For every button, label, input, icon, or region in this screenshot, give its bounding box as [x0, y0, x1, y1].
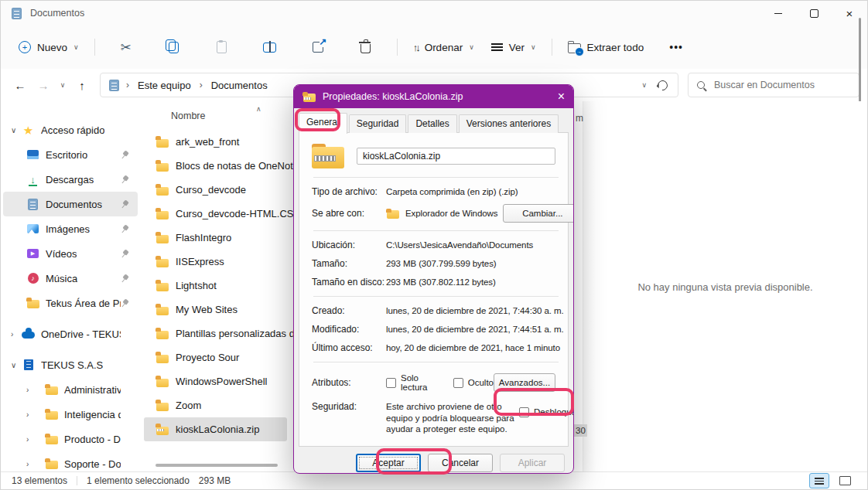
- sidebar-item[interactable]: › Administrativo - Rer: [3, 377, 138, 402]
- delete-button[interactable]: [343, 36, 388, 59]
- dialog-footer: Aceptar Cancelar Aplicar: [294, 447, 573, 472]
- rename-button[interactable]: [248, 37, 292, 58]
- file-row[interactable]: kioskLaColonia.zip: [144, 417, 287, 441]
- large-icons-view-button[interactable]: [835, 473, 855, 488]
- tree-chevron-icon[interactable]: ›: [26, 435, 45, 444]
- sidebar-item[interactable]: ∨ TEKUS S.A.S: [3, 352, 138, 377]
- sidebar-item-label: Música: [46, 273, 77, 284]
- dialog-tab[interactable]: Seguridad: [349, 114, 407, 133]
- refresh-icon[interactable]: [655, 78, 669, 92]
- cut-button[interactable]: [104, 36, 149, 60]
- breadcrumb-this-pc[interactable]: Este equipo: [135, 78, 194, 93]
- dialog-tab-label: General: [306, 117, 340, 128]
- sidebar-item[interactable]: Imágenes: [3, 216, 138, 241]
- maximize-icon: [810, 9, 818, 18]
- file-icon: [155, 279, 169, 292]
- file-icon: [155, 375, 169, 388]
- hidden-checkbox-group[interactable]: Oculto: [453, 373, 494, 392]
- back-button[interactable]: ←: [9, 73, 32, 97]
- dialog-tab[interactable]: Detalles: [408, 114, 456, 133]
- sidebar-item[interactable]: › Producto - Docume: [3, 427, 138, 451]
- modified-label: Modificado:: [312, 324, 386, 335]
- search-box[interactable]: [688, 73, 859, 97]
- apply-button[interactable]: Aplicar: [500, 454, 565, 472]
- sidebar-item-icon: [26, 297, 39, 310]
- read-only-checkbox[interactable]: [386, 378, 396, 388]
- sidebar-item[interactable]: ∨ Acceso rápido: [3, 117, 138, 142]
- dialog-title-bar[interactable]: Propiedades: kioskLaColonia.zip ×: [294, 85, 573, 108]
- tree-chevron-icon[interactable]: ›: [26, 410, 45, 419]
- horizontal-scrollbar[interactable]: [155, 464, 278, 467]
- copy-button[interactable]: [152, 36, 196, 59]
- dialog-close-icon[interactable]: ×: [548, 90, 565, 103]
- share-button[interactable]: [296, 36, 340, 58]
- search-input[interactable]: [713, 79, 850, 91]
- sidebar-item[interactable]: Tekus Área de Pro: [3, 291, 138, 315]
- new-button[interactable]: Nuevo ∨: [12, 36, 86, 59]
- file-name: Blocs de notas de OneNote: [176, 160, 299, 172]
- breadcrumb-documents[interactable]: Documentos: [208, 78, 271, 93]
- paste-button[interactable]: [200, 36, 244, 59]
- advanced-button[interactable]: Avanzados...: [494, 373, 555, 392]
- change-button[interactable]: Cambiar...: [503, 204, 574, 223]
- file-type-value: Carpeta comprimida (en zip) (.zip): [386, 187, 555, 196]
- view-button[interactable]: Ver ∨: [484, 36, 543, 59]
- minimize-button[interactable]: [760, 1, 796, 26]
- security-label: Seguridad:: [312, 401, 386, 435]
- sidebar-item[interactable]: Descargas: [3, 167, 138, 192]
- sidebar-item[interactable]: Vídeos: [3, 241, 138, 266]
- sidebar-item-icon: [26, 272, 39, 285]
- sidebar-item[interactable]: › Inteligencia de Nego: [3, 402, 138, 427]
- chevron-down-icon: ∨: [73, 43, 79, 51]
- address-dropdown-icon[interactable]: ∨: [641, 81, 647, 89]
- more-options-button[interactable]: [654, 36, 699, 59]
- details-view-button[interactable]: [809, 473, 829, 488]
- cancel-button[interactable]: Cancelar: [428, 454, 493, 472]
- maximize-button[interactable]: [796, 1, 832, 26]
- ok-button[interactable]: Aceptar: [356, 454, 421, 472]
- up-button[interactable]: ↑: [70, 73, 94, 97]
- occluded-column-header-fragment: m: [576, 113, 583, 124]
- tree-chevron-icon[interactable]: ∨: [11, 126, 22, 134]
- read-only-checkbox-group[interactable]: Solo lectura: [386, 373, 441, 392]
- created-label: Creado:: [312, 305, 386, 316]
- pin-icon: [119, 223, 131, 235]
- command-bar: Nuevo ∨ Ordenar ∨ Ver ∨ Extraer todo: [1, 26, 867, 70]
- sidebar-item-label: Producto - Docume: [64, 434, 121, 445]
- sidebar-item[interactable]: › Soporte - Document: [3, 451, 138, 472]
- hidden-checkbox[interactable]: [453, 378, 463, 388]
- sidebar-item-icon: [45, 383, 58, 396]
- zipper-detail: [304, 97, 311, 100]
- sidebar-item[interactable]: Música: [3, 266, 138, 291]
- close-button[interactable]: ×: [832, 1, 867, 26]
- sidebar-item-icon: [22, 328, 35, 342]
- forward-button[interactable]: →: [32, 73, 55, 97]
- sidebar-item[interactable]: › OneDrive - TEKUS S.A: [3, 322, 138, 346]
- tree-chevron-icon[interactable]: ∨: [11, 361, 22, 369]
- dialog-tab[interactable]: General: [299, 113, 347, 134]
- large-icons-view-icon: [839, 476, 851, 485]
- extract-all-button[interactable]: Extraer todo: [561, 36, 651, 59]
- unblock-checkbox[interactable]: [519, 407, 529, 417]
- sort-button[interactable]: Ordenar ∨: [406, 36, 481, 59]
- unblock-label: Desbloquear: [534, 407, 574, 417]
- sidebar-item-icon: [26, 198, 39, 211]
- dialog-tab[interactable]: Versiones anteriores: [459, 114, 559, 133]
- tree-chevron-icon[interactable]: ›: [26, 460, 45, 468]
- unblock-checkbox-group[interactable]: Desbloquear: [519, 401, 574, 435]
- tree-chevron-icon[interactable]: ›: [11, 330, 22, 339]
- sidebar-item[interactable]: Escritorio: [3, 142, 138, 167]
- filename-input[interactable]: [357, 148, 555, 165]
- sidebar-item[interactable]: Documentos: [3, 192, 138, 216]
- file-icon: [155, 303, 169, 316]
- navigation-pane: ∨ Acceso rápido Escritorio Descargas: [1, 101, 140, 472]
- explorer-window: Documentos × Nuevo ∨ Ordenar ∨ Ver ∨: [0, 0, 868, 490]
- file-name: IISExpress: [176, 256, 224, 267]
- file-icon: [155, 159, 169, 172]
- recent-locations-button[interactable]: ∨: [55, 73, 70, 97]
- file-name: My Web Sites: [176, 304, 238, 315]
- sort-ascending-icon: ∧: [256, 105, 261, 113]
- file-name: WindowsPowerShell: [176, 376, 268, 387]
- toolbar-divider: [94, 39, 95, 56]
- tree-chevron-icon[interactable]: ›: [26, 386, 45, 394]
